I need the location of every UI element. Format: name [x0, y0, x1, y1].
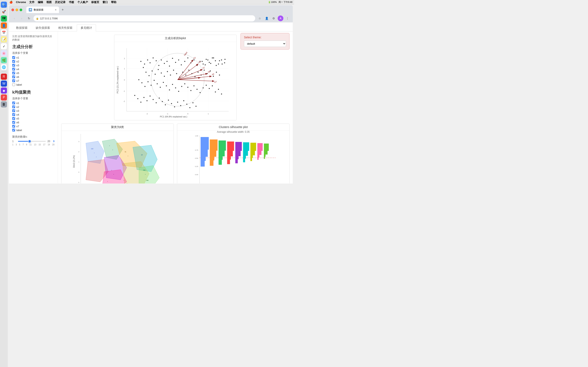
pca-check-x7[interactable] — [12, 79, 15, 82]
bookmarks-menu[interactable]: 书签 — [69, 0, 74, 4]
pca-check-x1[interactable] — [12, 56, 15, 59]
tab-close-button[interactable]: × — [55, 8, 57, 11]
svg-point-23 — [167, 61, 168, 62]
pca-var-x1[interactable]: x1 — [12, 56, 54, 59]
sil-bar-7 — [251, 143, 256, 151]
tab-title: 数据探索 — [34, 8, 43, 12]
help-menu[interactable]: 帮助 — [111, 0, 116, 4]
svg-point-89 — [203, 87, 204, 89]
kmeans-var-x1[interactable]: x1 — [12, 101, 54, 105]
dock-pdf[interactable]: P — [1, 94, 7, 100]
address-box[interactable]: 🔒 127.0.0.1:7096 — [34, 15, 255, 21]
svg-point-108 — [171, 103, 172, 104]
kmeans-check-x1[interactable] — [12, 101, 15, 104]
dock-maps[interactable]: 🗺 — [1, 16, 7, 22]
pca-var-x6[interactable]: x6 — [12, 75, 54, 78]
settings-button[interactable]: ⚙ — [271, 16, 277, 21]
dock-trash[interactable]: 🗑 — [1, 101, 7, 108]
svg-point-107 — [168, 100, 169, 101]
dock-app1[interactable]: R — [1, 74, 7, 80]
dock-app2[interactable]: ◆ — [1, 87, 7, 94]
pca-biplot-svg: x1 x2 x3 x4 x5 x7 label x0 PC1 (64.8 — [114, 42, 235, 119]
kmeans-check-x7[interactable] — [12, 125, 15, 128]
kmeans-check-x6[interactable] — [12, 121, 15, 124]
chrome-menu[interactable]: Chrome — [16, 1, 26, 4]
window-menu[interactable]: 窗口 — [103, 0, 108, 4]
edit-menu[interactable]: 编辑 — [38, 0, 43, 4]
account-menu[interactable]: 个人账户 — [77, 0, 88, 4]
tab-multivariate[interactable]: 多元统计 — [77, 24, 96, 31]
svg-point-27 — [178, 59, 179, 60]
tabs-menu[interactable]: 标签页 — [91, 0, 99, 4]
active-tab[interactable]: 📊 数据探索 × — [26, 7, 59, 13]
bookmark-button[interactable]: ☆ — [257, 16, 263, 21]
dock-chrome[interactable]: 🌐 — [1, 64, 7, 70]
pca-check-x5[interactable] — [12, 72, 15, 75]
sil-bar-6b — [243, 151, 248, 156]
dock-word[interactable]: W — [1, 81, 7, 87]
k-slider-thumb[interactable] — [28, 140, 31, 143]
kmeans-check-x3[interactable] — [12, 109, 15, 112]
kmeans-var-x6[interactable]: x6 — [12, 121, 54, 124]
apple-menu[interactable]: 🍎 — [9, 1, 13, 4]
kmeans-check-x4[interactable] — [12, 113, 15, 116]
sil-bar-7b — [251, 151, 255, 155]
kmeans-var-label[interactable]: label — [12, 129, 54, 132]
pca-var-x3[interactable]: x3 — [12, 64, 54, 67]
tab-data-explore[interactable]: 数据探索 — [12, 24, 31, 31]
minimize-button[interactable] — [16, 8, 18, 11]
dock-finder[interactable]: 🔍 — [1, 2, 7, 8]
profile-button1[interactable]: 👤 — [264, 16, 269, 21]
new-tab-button[interactable]: + — [60, 7, 66, 13]
dock-maps2[interactable]: 🌿 — [1, 57, 7, 63]
dock-photos[interactable]: 🌸 — [1, 50, 7, 56]
pca-section-title: 主成分分析 — [12, 44, 54, 50]
toolbar-right: ☆ 👤 ⚙ A ⋮ — [257, 16, 290, 21]
pca-var-x4[interactable]: x4 — [12, 68, 54, 71]
menu-button[interactable]: ⋮ — [285, 16, 290, 21]
svg-point-119 — [208, 59, 208, 60]
pca-var-label[interactable]: label — [12, 83, 54, 86]
kmeans-var-x5[interactable]: x5 — [12, 117, 54, 120]
theme-select[interactable]: default cerulean cosmo flatly journal lu… — [244, 41, 286, 47]
pca-var-x2[interactable]: x2 — [12, 60, 54, 63]
pca-check-x4[interactable] — [12, 68, 15, 71]
svg-point-56 — [185, 75, 186, 76]
pca-var-x7[interactable]: x7 — [12, 79, 54, 82]
dock-notes[interactable]: 📝 — [1, 36, 7, 42]
svg-point-44 — [149, 75, 150, 76]
dock-reminders[interactable]: ✓ — [1, 43, 7, 49]
pca-check-label[interactable] — [12, 83, 15, 86]
svg-point-76 — [163, 82, 164, 83]
tab-correlation-explore[interactable]: 相关性探索 — [54, 24, 76, 31]
k-slider-track[interactable] — [18, 141, 46, 142]
kmeans-var-x4[interactable]: x4 — [12, 113, 54, 116]
kmeans-check-label[interactable] — [12, 129, 15, 132]
tab-missing-explore[interactable]: 缺失值探索 — [32, 24, 54, 31]
reload-button[interactable]: ↻ — [26, 16, 32, 21]
dock-calendar[interactable]: 📅 — [1, 29, 7, 35]
file-menu[interactable]: 文件 — [29, 0, 35, 4]
maximize-button[interactable] — [20, 8, 22, 11]
sil-bar-3c — [219, 156, 223, 160]
back-button[interactable]: ‹ — [11, 16, 17, 21]
history-menu[interactable]: 历史记录 — [55, 0, 66, 4]
forward-button[interactable]: › — [19, 16, 25, 21]
avatar-button[interactable]: A — [278, 16, 283, 21]
pca-check-x3[interactable] — [12, 64, 15, 67]
kmeans-check-x2[interactable] — [12, 105, 15, 108]
dock-launchpad[interactable]: 🚀 — [1, 8, 7, 15]
kmeans-var-x7[interactable]: x7 — [12, 125, 54, 128]
kmeans-check-x5[interactable] — [12, 117, 15, 120]
kmeans-var-x2[interactable]: x2 — [12, 105, 54, 108]
svg-point-104 — [159, 98, 160, 99]
dock-contacts[interactable]: 👤 — [1, 22, 7, 29]
close-button[interactable] — [11, 8, 14, 11]
kmeans-var-x3[interactable]: x3 — [12, 109, 54, 112]
pca-var-x5[interactable]: x5 — [12, 72, 54, 75]
view-menu[interactable]: 视图 — [46, 0, 52, 4]
svg-point-111 — [180, 105, 181, 106]
pca-check-x6[interactable] — [12, 75, 15, 78]
sil-bar-8c — [258, 155, 259, 157]
pca-check-x2[interactable] — [12, 60, 15, 63]
